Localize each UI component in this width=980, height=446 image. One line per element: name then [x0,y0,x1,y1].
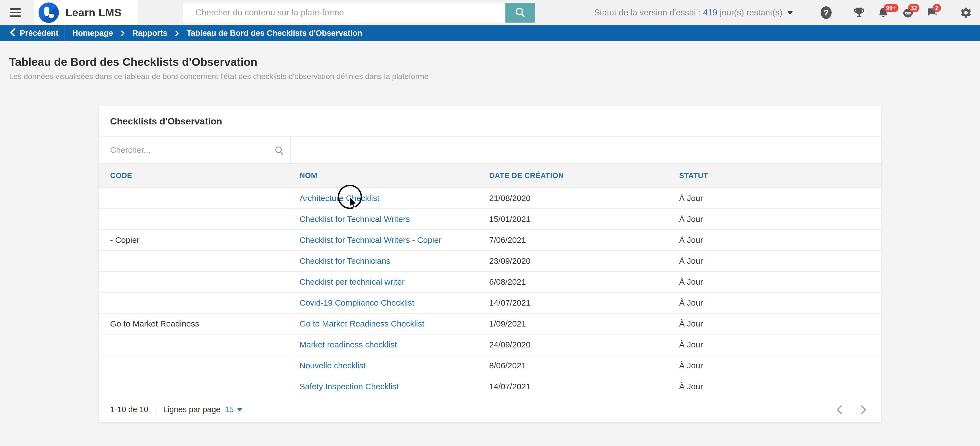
checklist-name-link[interactable]: Covid-19 Compliance Checklist [299,298,414,307]
rows-per-page-dropdown[interactable]: Lignes par page 15 [163,405,242,414]
checklist-name-link[interactable]: Market readiness checklist [299,340,397,349]
messages-badge: 2 [933,4,941,12]
logo[interactable]: Learn LMS [34,0,138,25]
previous-page-button[interactable] [835,405,843,414]
cell-code: Go to Market Readiness [99,319,288,328]
global-search [183,3,535,22]
hamburger-menu-button[interactable] [10,8,21,17]
cell-date-creation: 14/07/2021 [478,298,668,307]
table-search-input[interactable] [99,145,290,155]
checklist-name-link[interactable]: Checklist for Technical Writers [299,215,410,223]
cell-date-creation: 7/06/2021 [478,236,668,245]
card-title: Checklists d'Observation [99,106,881,137]
help-icon: ? [821,6,832,19]
help-button[interactable]: ? [819,5,833,21]
breadcrumb-divider [64,25,64,41]
column-header-code[interactable]: CODE [99,172,288,180]
top-bar: Learn LMS Statut de la version d'essai :… [0,0,980,25]
header-icons: ? 99+ [819,5,973,21]
rows-per-page-value: 15 [225,405,234,414]
column-header-statut[interactable]: STATUT [668,172,881,180]
messages-button[interactable]: 2 [926,5,939,21]
chevron-right-icon [121,30,125,36]
cell-date-creation: 14/07/2021 [478,382,668,391]
checklist-name-link[interactable]: Safety Inspection Checklist [299,382,399,391]
chevron-down-icon [237,408,242,411]
table-search [99,137,291,163]
cell-date-creation: 1/09/2021 [478,319,668,328]
cell-status: À Jour [668,298,881,307]
checklists-card: Checklists d'Observation CODE NOM DATE D… [99,106,881,422]
chevron-down-icon [787,11,793,14]
table-row: Architecture Checklist 21/08/2020 À Jour [99,188,881,209]
table-header: CODE NOM DATE DE CRÉATION STATUT [99,164,881,188]
table-row: Covid-19 Compliance Checklist 14/07/2021… [99,293,881,314]
table-row: Market readiness checklist 24/09/2020 À … [99,334,881,355]
cell-date-creation: 8/06/2021 [478,361,668,370]
settings-button[interactable] [959,5,973,21]
trial-status[interactable]: Statut de la version d'essai : 419 jour(… [594,8,793,18]
checklist-name-link[interactable]: Checklist for Technicians [299,256,390,265]
assistant-button[interactable]: 32 [901,5,915,21]
assistant-badge: 32 [908,4,920,12]
notifications-badge: 99+ [884,4,899,12]
cell-date-creation: 21/08/2020 [478,194,668,203]
table-row: Checklist per technical writer 6/08/2021… [99,272,881,293]
pagination-divider [156,405,156,414]
checklist-name-link[interactable]: Checklist for Technical Writers - Copier [299,236,442,244]
cell-code: - Copier [99,236,288,245]
chevron-left-icon [10,28,16,38]
gear-icon [960,6,972,19]
cell-date-creation: 24/09/2020 [478,340,668,349]
checklist-name-link[interactable]: Go to Market Readiness Checklist [299,319,425,328]
table-row: Safety Inspection Checklist 14/07/2021 À… [99,376,881,397]
learn-lms-logo-icon [38,3,59,23]
checklist-name-link[interactable]: Nouvelle checklist [299,361,366,370]
breadcrumb: Précédent Homepage Rapports Tableau de B… [0,25,980,41]
table-row: Nouvelle checklist 8/06/2021 À Jour [99,355,881,376]
breadcrumb-item-homepage[interactable]: Homepage [72,29,113,38]
cell-status: À Jour [668,236,881,245]
global-search-input[interactable] [183,3,506,22]
cell-status: À Jour [668,256,881,266]
breadcrumb-item-rapports[interactable]: Rapports [132,29,167,38]
table-body: Architecture Checklist 21/08/2020 À Jour… [99,188,881,397]
cell-date-creation: 23/09/2020 [478,256,668,266]
screen: Learn LMS Statut de la version d'essai :… [0,0,980,446]
trophy-icon [853,6,865,19]
pager [835,405,868,414]
cell-status: À Jour [668,340,881,349]
breadcrumb-items: Homepage Rapports Tableau de Bord des Ch… [72,29,362,38]
back-button[interactable]: Précédent [10,28,58,38]
cell-status: À Jour [668,319,881,328]
search-icon[interactable] [274,145,284,156]
back-label: Précédent [20,29,58,38]
column-header-nom[interactable]: NOM [288,172,478,180]
gamification-button[interactable] [852,5,866,21]
pagination-range: 1-10 de 10 [110,405,148,414]
table-row: Checklist for Technicians 23/09/2020 À J… [99,251,881,272]
rows-per-page-label: Lignes par page [163,405,221,414]
cell-status: À Jour [668,215,881,224]
table-row: - Copier Checklist for Technical Writers… [99,230,881,251]
checklist-name-link[interactable]: Checklist per technical writer [299,277,405,286]
search-icon [514,6,526,19]
card-search-row [99,137,881,164]
logo-text: Learn LMS [65,6,122,19]
cell-date-creation: 6/08/2021 [478,277,668,287]
page-subtitle: Les données visualisées dans ce tableau … [9,72,969,81]
trial-status-prefix: Statut de la version d'essai : [594,8,701,18]
page-head: Tableau de Bord des Checklists d'Observa… [0,41,980,81]
next-page-button[interactable] [859,405,868,414]
cell-status: À Jour [668,382,881,391]
cell-status: À Jour [668,361,881,370]
page-title: Tableau de Bord des Checklists d'Observa… [9,55,969,69]
chevron-right-icon [175,30,179,36]
notifications-button[interactable]: 99+ [877,5,890,21]
global-search-button[interactable] [506,3,535,22]
checklist-name-link[interactable]: Architecture Checklist [299,194,379,202]
trial-status-suffix: jour(s) restant(s) [720,8,782,18]
column-header-date-creation[interactable]: DATE DE CRÉATION [478,172,668,180]
table-row: Go to Market Readiness Go to Market Read… [99,314,881,334]
pagination-bar: 1-10 de 10 Lignes par page 15 [99,397,881,422]
